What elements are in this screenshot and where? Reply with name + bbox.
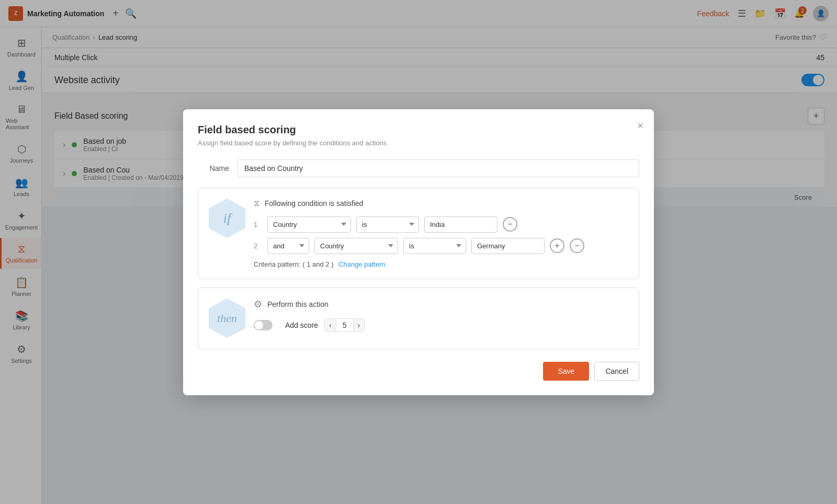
name-input[interactable]: [237, 159, 639, 177]
score-decrement-button[interactable]: ‹: [325, 319, 336, 331]
modal-overlay: × Field based scoring Assign field based…: [0, 0, 837, 504]
operator-select-1[interactable]: is: [356, 216, 419, 233]
field-select-1[interactable]: Country: [267, 216, 351, 233]
score-toggle-knob: [255, 321, 263, 329]
score-label: Add score: [285, 321, 318, 329]
score-row: Add score ‹ 5 ›: [254, 318, 628, 332]
score-toggle[interactable]: [254, 320, 273, 330]
criteria-pattern: Criteria pattern: ( 1 and 2 ) Change pat…: [254, 260, 628, 268]
modal-footer: Save Cancel: [198, 362, 639, 381]
condition-row-1: 1 Country is −: [254, 216, 628, 233]
action-header-text: Perform this action: [267, 300, 329, 308]
then-badge: then: [209, 299, 245, 338]
if-label: if: [223, 211, 231, 226]
action-content: ⚙ Perform this action Add score ‹ 5 ›: [254, 299, 628, 332]
name-field-row: Name: [198, 159, 639, 177]
then-block: then ⚙ Perform this action Add score ‹ 5…: [198, 288, 639, 349]
score-increment-button[interactable]: ›: [354, 319, 365, 331]
then-label: then: [217, 312, 237, 325]
score-stepper: ‹ 5 ›: [324, 318, 365, 332]
operator-select-2[interactable]: is: [403, 238, 466, 254]
action-header: ⚙ Perform this action: [254, 299, 628, 310]
value-input-1[interactable]: [424, 216, 497, 233]
condition-row-2: 2 and or Country is + −: [254, 238, 628, 254]
if-block: if ⧖ Following condition is satisfied 1 …: [198, 188, 639, 279]
score-value: 5: [336, 319, 354, 331]
row-num-2: 2: [254, 242, 262, 250]
filter-icon: ⧖: [254, 199, 259, 208]
connector-select-2[interactable]: and or: [267, 238, 309, 254]
cancel-button[interactable]: Cancel: [594, 362, 639, 381]
remove-condition-1-button[interactable]: −: [503, 217, 517, 232]
modal-close-button[interactable]: ×: [637, 120, 643, 132]
row-num-1: 1: [254, 221, 262, 228]
condition-content: ⧖ Following condition is satisfied 1 Cou…: [254, 199, 628, 268]
if-badge: if: [209, 199, 245, 238]
save-button[interactable]: Save: [543, 362, 589, 381]
modal-title: Field based scoring: [198, 124, 639, 136]
gear-icon: ⚙: [254, 299, 262, 310]
add-condition-button[interactable]: +: [550, 238, 564, 253]
name-label: Name: [198, 164, 229, 173]
value-input-2[interactable]: [471, 238, 545, 254]
condition-header-text: Following condition is satisfied: [265, 199, 363, 208]
field-select-2[interactable]: Country: [314, 238, 398, 254]
remove-condition-2-button[interactable]: −: [570, 238, 584, 253]
modal-dialog: × Field based scoring Assign field based…: [183, 109, 654, 395]
condition-header: ⧖ Following condition is satisfied: [254, 199, 628, 208]
criteria-label: Criteria pattern:: [254, 260, 301, 268]
criteria-value: ( 1 and 2 ): [302, 260, 333, 268]
modal-subtitle: Assign field based score by defining the…: [198, 139, 639, 147]
change-pattern-link[interactable]: Change pattern: [338, 260, 386, 268]
